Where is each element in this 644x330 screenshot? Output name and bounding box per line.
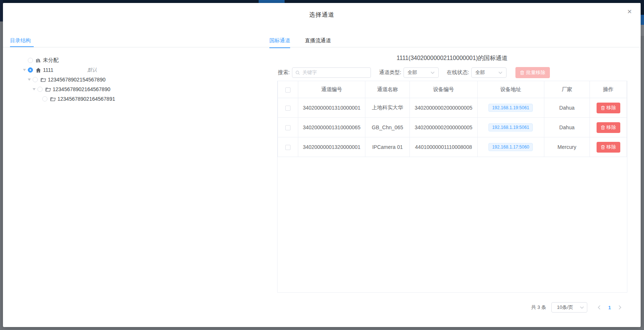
table-row: 34020000001320000001 IPCamera 01 4401000… (278, 137, 627, 157)
device-id-cell: 34020000002000000005 (410, 98, 478, 118)
vendor-cell: Dahua (544, 98, 590, 118)
trash-icon (601, 106, 605, 110)
channel-table: 通道编号 通道名称 设备编号 设备地址 厂家 操作 34020000001310… (277, 81, 627, 293)
pagination: 共 3 条 10条/页 1 (531, 302, 625, 313)
tree-node-label: 12345678902164567890 (53, 86, 110, 92)
search-icon (295, 70, 300, 75)
table-heading: 1111(34020000002110000001)的国标通道 (277, 54, 627, 62)
table-row: 34020000001310000001 上地科实大华 340200000020… (278, 98, 627, 118)
filter-row: 搜索: 关键字 通道类型: 全部 在线状态: 全部 批量移除 (278, 67, 550, 78)
tree-node-label: 未分配 (43, 57, 59, 64)
top-nav-bar-clipped (0, 0, 644, 3)
chevron-down-icon (580, 306, 584, 309)
col-channel-name: 通道名称 (365, 81, 410, 98)
table-row: 34020000001310000065 GB_Chn_065 34020000… (278, 118, 627, 137)
folder-icon (40, 77, 46, 83)
col-vendor: 厂家 (544, 81, 590, 98)
radio-unchecked[interactable] (33, 77, 38, 82)
remove-button[interactable]: 移除 (597, 142, 620, 153)
tree-node-unassigned[interactable]: 未分配 (3, 56, 248, 65)
device-address-tag: 192.168.1.19:5061 (488, 104, 533, 112)
chevron-down-icon (498, 71, 502, 74)
device-id-cell: 44010000001110008008 (410, 137, 478, 157)
directory-tree: 未分配 1111 默认 12345678902154567890 (3, 56, 248, 104)
modal-title: 选择通道 (3, 11, 641, 19)
batch-remove-button[interactable]: 批量移除 (515, 67, 550, 78)
page-number-current[interactable]: 1 (604, 302, 615, 313)
radio-unchecked[interactable] (28, 58, 33, 63)
library-icon (36, 58, 41, 63)
col-device-address: 设备地址 (477, 81, 544, 98)
chevron-down-icon (431, 71, 435, 74)
channel-id-cell: 34020000001320000001 (298, 137, 365, 157)
close-icon[interactable]: ✕ (626, 8, 633, 16)
device-address-tag: 192.168.1.19:5061 (488, 123, 533, 131)
tree-node-label: 12345678902154567890 (48, 77, 106, 83)
directory-structure-tab[interactable]: 目录结构 (10, 37, 31, 44)
channel-id-cell: 34020000001310000065 (298, 118, 365, 137)
select-channel-modal: 选择通道 ✕ 目录结构 国标通道 直播流通道 未分配 1111 默认 (3, 3, 641, 327)
radio-unchecked[interactable] (37, 87, 43, 92)
row-checkbox[interactable] (285, 145, 291, 150)
row-checkbox[interactable] (285, 106, 291, 111)
channel-type-label: 通道类型: (379, 69, 401, 76)
tree-node-1111[interactable]: 1111 默认 (3, 65, 248, 75)
page-right-edge (641, 0, 644, 330)
next-page-icon[interactable] (615, 302, 625, 313)
table-header-row: 通道编号 通道名称 设备编号 设备地址 厂家 操作 (278, 81, 627, 98)
vendor-cell: Dahua (544, 118, 590, 137)
search-placeholder: 关键字 (302, 69, 317, 76)
home-icon (36, 67, 41, 73)
col-actions: 操作 (590, 81, 627, 98)
search-input[interactable]: 关键字 (292, 67, 371, 78)
caret-down-icon[interactable] (33, 88, 37, 90)
remove-button[interactable]: 移除 (597, 103, 620, 113)
select-all-cell (278, 81, 298, 98)
default-badge: 默认 (87, 67, 97, 73)
col-device-id: 设备编号 (410, 81, 478, 98)
channel-type-select[interactable]: 全部 (404, 67, 439, 78)
page-size-select[interactable]: 10条/页 (551, 302, 587, 313)
select-all-checkbox[interactable] (285, 87, 291, 93)
caret-down-icon[interactable] (28, 79, 33, 81)
total-count: 共 3 条 (531, 304, 546, 311)
search-label: 搜索: (278, 69, 290, 76)
vendor-cell: Mercury (544, 137, 590, 157)
row-checkbox[interactable] (285, 125, 291, 130)
channel-name-cell: GB_Chn_065 (365, 118, 410, 137)
tab-live-stream-channel[interactable]: 直播流通道 (305, 37, 331, 48)
col-channel-id: 通道编号 (298, 81, 365, 98)
device-address-tag: 192.168.1.17:5060 (488, 143, 533, 151)
tree-node-label: 12345678902164567891 (57, 96, 115, 102)
channel-id-cell: 34020000001310000001 (298, 98, 365, 118)
tree-node-label: 1111 (43, 67, 53, 73)
tab-gb-channel[interactable]: 国标通道 (269, 37, 290, 48)
remove-button[interactable]: 移除 (597, 122, 620, 133)
tree-node-folder-3[interactable]: 12345678902164567891 (3, 94, 248, 104)
radio-checked[interactable] (28, 67, 33, 73)
tree-node-folder-1[interactable]: 12345678902154567890 (3, 75, 248, 84)
folder-icon (50, 96, 56, 102)
channel-name-cell: IPCamera 01 (365, 137, 410, 157)
tree-node-folder-2[interactable]: 12345678902164567890 (3, 84, 248, 94)
caret-down-icon[interactable] (23, 69, 28, 71)
channel-name-cell: 上地科实大华 (365, 98, 410, 118)
top-nav-active-item[interactable] (259, 0, 285, 3)
trash-icon (520, 70, 524, 75)
page-left-edge (0, 0, 3, 330)
trash-icon (601, 145, 605, 150)
prev-page-icon[interactable] (594, 302, 604, 313)
trash-icon (601, 125, 605, 130)
device-id-cell: 34020000002000000005 (410, 118, 478, 137)
online-status-select[interactable]: 全部 (471, 67, 507, 78)
online-status-label: 在线状态: (447, 69, 469, 76)
channel-tabs: 国标通道 直播流通道 (269, 37, 331, 48)
radio-unchecked[interactable] (42, 96, 47, 101)
folder-icon (45, 87, 51, 92)
directory-structure-underline (10, 46, 34, 47)
